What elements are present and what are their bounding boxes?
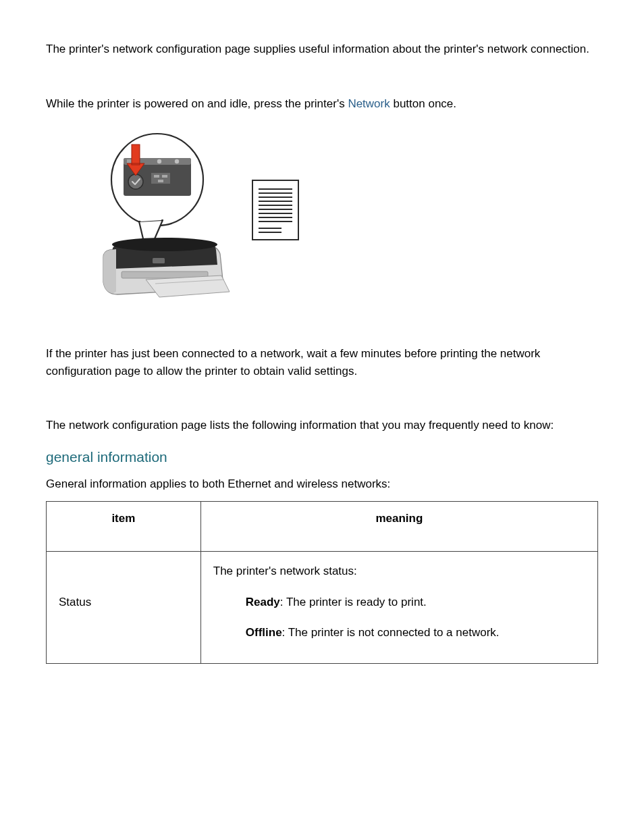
meaning-desc: : The printer is not connected to a netw… [282, 626, 500, 639]
printed-page-icon [252, 180, 299, 240]
meaning-intro: The printer's network status: [213, 563, 585, 580]
printer-with-callout-icon [73, 132, 235, 311]
meaning-detail: Offline: The printer is not connected to… [246, 624, 585, 642]
svg-rect-9 [158, 180, 163, 182]
instruction-text-post: button once. [390, 97, 456, 110]
table-header-row: item meaning [47, 501, 598, 552]
cell-item: Status [47, 552, 201, 664]
meaning-desc: : The printer is ready to print. [280, 596, 427, 608]
instruction-paragraph: While the printer is powered on and idle… [46, 95, 598, 113]
meaning-term: Offline [246, 626, 282, 639]
header-item: item [47, 501, 201, 552]
svg-marker-18 [146, 276, 230, 297]
svg-point-10 [128, 174, 143, 189]
svg-rect-16 [153, 258, 165, 263]
printer-illustration [73, 132, 598, 311]
table-row: Status The printer's network status: Rea… [47, 552, 598, 664]
wait-note-paragraph: If the printer has just been connected t… [46, 345, 598, 380]
meaning-term: Ready [246, 596, 280, 608]
svg-rect-8 [162, 175, 167, 178]
instruction-text-pre: While the printer is powered on and idle… [46, 97, 348, 110]
svg-point-15 [112, 238, 217, 251]
network-link[interactable]: Network [348, 97, 390, 110]
general-info-description: General information applies to both Ethe… [46, 475, 598, 493]
svg-rect-11 [132, 145, 140, 165]
svg-rect-7 [154, 175, 159, 178]
cell-meaning: The printer's network status: Ready: The… [200, 552, 597, 664]
general-information-heading: general information [46, 446, 598, 468]
header-meaning: meaning [200, 501, 597, 552]
intro-paragraph: The printer's network configuration page… [46, 41, 598, 58]
svg-point-4 [157, 159, 161, 163]
meaning-detail: Ready: The printer is ready to print. [246, 594, 585, 611]
list-intro-paragraph: The network configuration page lists the… [46, 417, 598, 434]
general-info-table: item meaning Status The printer's networ… [46, 501, 598, 664]
svg-point-5 [175, 159, 179, 163]
